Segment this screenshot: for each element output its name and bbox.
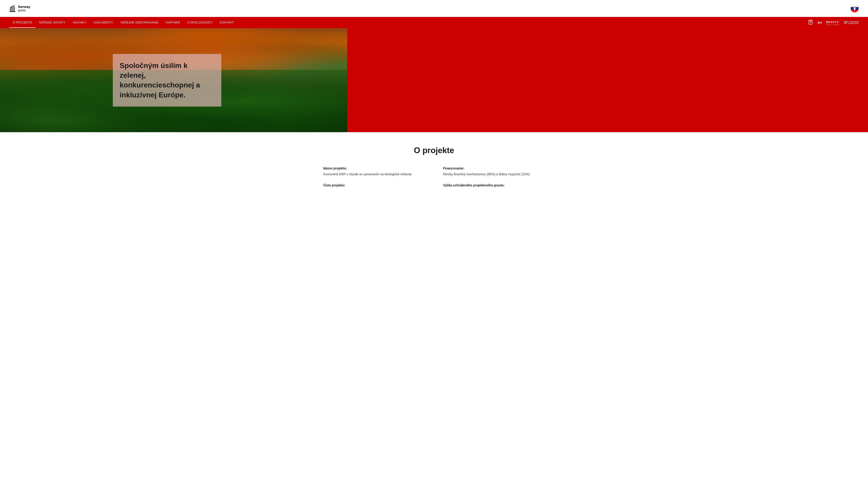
- project-number-label: Číslo projektu:: [323, 184, 425, 187]
- asseco-logo[interactable]: a sseco SOLUTIONS: [826, 20, 839, 26]
- norway-grants-logo-icon: [9, 4, 16, 13]
- nav-links: O PROJEKTE NÓRSKE GRANTY NOVINKY DOKUMEN…: [9, 18, 808, 28]
- vyskumna-logo[interactable]: V/ VÝSKUMNÁ AGENTÚRA: [844, 21, 859, 25]
- language-selector[interactable]: EN: [817, 21, 822, 24]
- nav-item-novinky[interactable]: NOVINKY: [69, 18, 90, 28]
- nav-item-o-spolocnosti[interactable]: O SPOLOČNOSTI: [184, 18, 216, 28]
- logo-text: Norway grants: [18, 5, 30, 12]
- project-grant-item: Výška schváleného projektového grantu:: [443, 184, 545, 189]
- project-info-grid: Názov projektu: Komunitné ERP v cloude s…: [310, 166, 558, 189]
- logo-area[interactable]: Norway grants: [9, 4, 30, 13]
- project-name-item: Názov projektu: Komunitné ERP v cloude s…: [323, 166, 425, 177]
- hero-red-background: [347, 28, 868, 132]
- nav-item-kontakt[interactable]: KONTAKT: [216, 18, 238, 28]
- flag-icon: [850, 4, 859, 13]
- project-name-label: Názov projektu:: [323, 166, 425, 170]
- logo-grants-text: grants: [18, 9, 30, 12]
- project-number-item: Číslo projektu:: [323, 184, 425, 189]
- svg-rect-4: [9, 11, 16, 12]
- asseco-brand-name: sseco: [829, 20, 839, 24]
- project-name-value: Komunitné ERP v cloude so zameraním na e…: [323, 172, 425, 177]
- svg-line-5: [10, 5, 15, 8]
- project-financing-item: Financovanie: Nórsky finančný mechanizmu…: [443, 166, 545, 177]
- project-financing-value: Nórsky finančný mechanizmus (85%) a štát…: [443, 172, 545, 177]
- section-title-o-projekte: O projekte: [9, 146, 859, 155]
- slovakia-flag: [850, 4, 859, 13]
- nav-item-dokumenty[interactable]: DOKUMENTY: [90, 18, 117, 28]
- svg-rect-3: [14, 7, 15, 11]
- hero-text-overlay: Spoločným úsilím k zelenej, konkurencies…: [113, 54, 221, 107]
- vyskumna-label-top: VÝSKUMNÁ: [848, 21, 859, 23]
- project-financing-label: Financovanie:: [443, 166, 545, 170]
- nav-item-o-projekte[interactable]: O PROJEKTE: [9, 18, 35, 28]
- nav-item-partner[interactable]: PARTNER: [162, 18, 184, 28]
- cart-icon[interactable]: [808, 20, 813, 26]
- o-projekte-section: O projekte Názov projektu: Komunitné ERP…: [0, 132, 868, 198]
- hero-title: Spoločným úsilím k zelenej, konkurencies…: [120, 61, 215, 100]
- vyskumna-v-letter: V/: [844, 21, 847, 25]
- site-header: Norway grants: [0, 0, 868, 17]
- svg-rect-0: [10, 8, 11, 11]
- main-nav: O PROJEKTE NÓRSKE GRANTY NOVINKY DOKUMEN…: [0, 17, 868, 28]
- vyskumna-label-bottom: AGENTÚRA: [848, 23, 859, 24]
- nav-item-verejne-obstaravanie[interactable]: VEREJNÉ OBSTARÁVANIE: [117, 18, 162, 28]
- project-grant-label: Výška schváleného projektového grantu:: [443, 184, 545, 187]
- asseco-a-letter: a: [826, 20, 828, 24]
- svg-rect-7: [850, 4, 859, 7]
- hero-section: Spoločným úsilím k zelenej, konkurencies…: [0, 28, 868, 132]
- nav-right: EN a sseco SOLUTIONS V/ VÝSKUMNÁ AGENTÚR…: [808, 20, 859, 26]
- nav-item-norske-granty[interactable]: NÓRSKE GRANTY: [35, 18, 69, 28]
- logo-norway-text: Norway: [18, 5, 30, 9]
- asseco-solutions-text: SOLUTIONS: [826, 24, 839, 26]
